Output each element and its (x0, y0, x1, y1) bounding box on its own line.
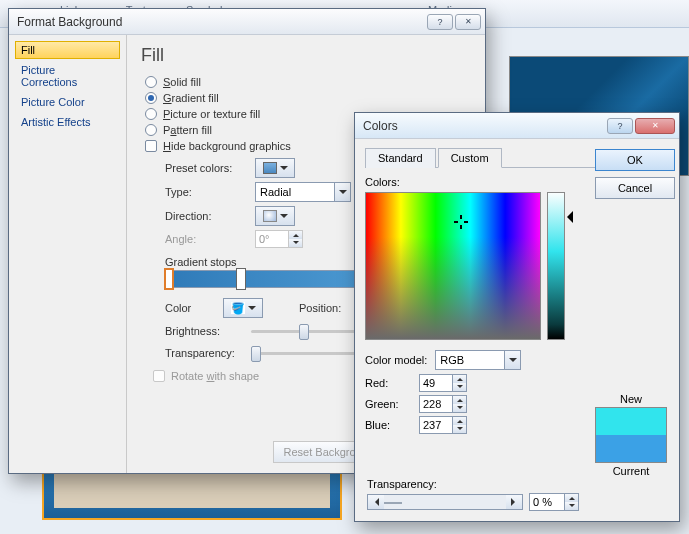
label-current: Current (595, 465, 667, 477)
spin-up-icon[interactable] (565, 494, 578, 502)
gradient-stop-1[interactable] (164, 268, 174, 290)
scroll-right-icon[interactable] (506, 495, 522, 509)
category-picture-corrections[interactable]: Picture Corrections (15, 61, 120, 91)
direction-dropdown[interactable] (255, 206, 295, 226)
green-input[interactable] (419, 395, 453, 413)
spin-down-icon[interactable] (453, 383, 466, 391)
color-model-value: RGB (440, 354, 464, 366)
titlebar[interactable]: Colors (355, 113, 679, 139)
angle-spinner (255, 230, 303, 248)
label-hide-bg: Hide background graphics (163, 140, 291, 152)
checkbox-rotate (153, 370, 165, 382)
label-angle: Angle: (165, 233, 247, 245)
dialog-title: Format Background (17, 15, 425, 29)
luminance-arrow-icon[interactable] (561, 211, 573, 223)
radio-solid-fill[interactable] (145, 76, 157, 88)
blue-input[interactable] (419, 416, 453, 434)
spin-up-icon[interactable] (453, 375, 466, 383)
label-rotate: Rotate with shape (171, 370, 259, 382)
transparency-scrollbar[interactable] (367, 494, 523, 510)
tab-custom[interactable]: Custom (438, 148, 502, 168)
label-type: Type: (165, 186, 247, 198)
help-button[interactable] (427, 14, 453, 30)
colors-dialog: Colors OK Cancel Standard Custom Colors:… (354, 112, 680, 522)
chevron-down-icon[interactable] (334, 183, 350, 201)
green-spinner[interactable] (419, 395, 467, 413)
spin-up-icon[interactable] (453, 396, 466, 404)
label-transparency: Transparency: (367, 478, 579, 490)
label-pattern-fill: Pattern fill (163, 124, 212, 136)
label-transparency: Transparency: (165, 347, 243, 359)
gradient-stop-2[interactable] (236, 268, 246, 290)
new-color-swatch (596, 408, 666, 435)
label-color: Color (165, 302, 215, 314)
label-blue: Blue: (365, 419, 413, 431)
label-direction: Direction: (165, 210, 247, 222)
category-picture-color[interactable]: Picture Color (15, 93, 120, 111)
close-icon[interactable] (455, 14, 481, 30)
spin-down-icon[interactable] (565, 502, 578, 510)
type-combo[interactable]: Radial (255, 182, 351, 202)
dialog-title: Colors (363, 119, 605, 133)
brightness-slider[interactable] (251, 322, 361, 340)
radio-gradient-fill[interactable] (145, 92, 157, 104)
label-new: New (595, 393, 667, 405)
checkbox-hide-bg[interactable] (145, 140, 157, 152)
category-list: Fill Picture Corrections Picture Color A… (9, 35, 127, 473)
scroll-left-icon[interactable] (368, 495, 384, 509)
color-model-combo[interactable]: RGB (435, 350, 521, 370)
spin-down-icon[interactable] (453, 404, 466, 412)
color-dropdown[interactable]: 🪣 (223, 298, 263, 318)
close-icon[interactable] (635, 118, 675, 134)
paint-bucket-icon: 🪣 (231, 302, 245, 314)
gradient-stops-track[interactable] (165, 270, 355, 288)
angle-input (255, 230, 289, 248)
label-gradient-fill: Gradient fill (163, 92, 219, 104)
transparency-input[interactable] (529, 493, 565, 511)
label-red: Red: (365, 377, 413, 389)
current-color-swatch (596, 435, 666, 462)
tab-standard[interactable]: Standard (365, 148, 436, 168)
red-input[interactable] (419, 374, 453, 392)
help-button[interactable] (607, 118, 633, 134)
chevron-down-icon[interactable] (504, 351, 520, 369)
spin-down-icon[interactable] (453, 425, 466, 433)
titlebar[interactable]: Format Background (9, 9, 485, 35)
type-value: Radial (260, 186, 291, 198)
radio-picture-fill[interactable] (145, 108, 157, 120)
red-spinner[interactable] (419, 374, 467, 392)
cancel-button[interactable]: Cancel (595, 177, 675, 199)
transparency-spinner[interactable] (529, 493, 579, 511)
pane-heading: Fill (141, 45, 471, 66)
radio-pattern-fill[interactable] (145, 124, 157, 136)
label-picture-fill: Picture or texture fill (163, 108, 260, 120)
blue-spinner[interactable] (419, 416, 467, 434)
category-artistic-effects[interactable]: Artistic Effects (15, 113, 120, 131)
transparency-slider[interactable] (251, 344, 361, 362)
spin-up-icon[interactable] (453, 417, 466, 425)
label-green: Green: (365, 398, 413, 410)
label-solid-fill: Solid fill (163, 76, 201, 88)
ok-button[interactable]: OK (595, 149, 675, 171)
label-position: Position: (299, 302, 349, 314)
preset-colors-dropdown[interactable] (255, 158, 295, 178)
category-fill[interactable]: Fill (15, 41, 120, 59)
label-brightness: Brightness: (165, 325, 243, 337)
spectrum-cursor-icon[interactable] (454, 215, 468, 229)
label-preset-colors: Preset colors: (165, 162, 247, 174)
color-spectrum[interactable] (365, 192, 541, 340)
new-current-swatch (595, 407, 667, 463)
label-color-model: Color model: (365, 354, 427, 366)
